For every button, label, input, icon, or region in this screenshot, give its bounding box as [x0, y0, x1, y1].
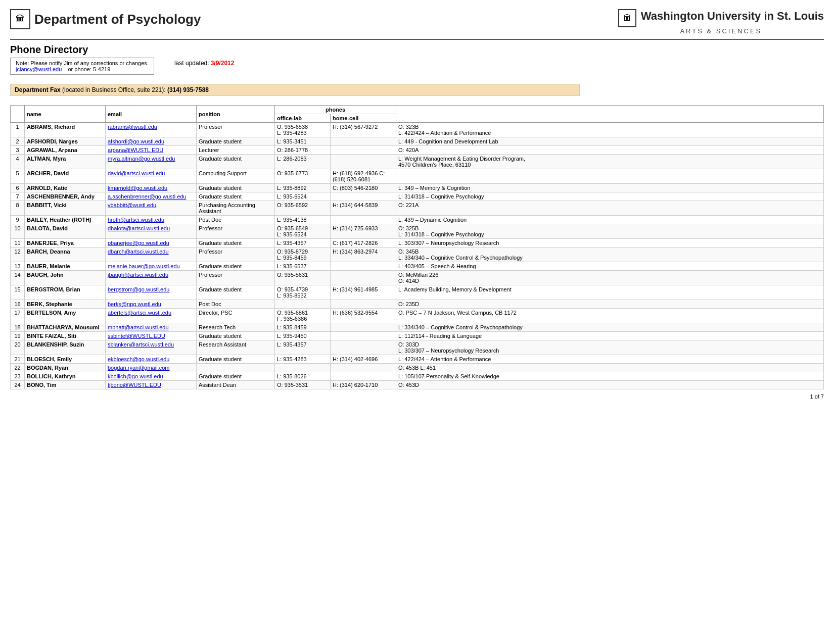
col-header-position: position — [197, 106, 275, 123]
univ-logo-icon: 🏛 — [618, 9, 636, 27]
header-row-wrapper: Note: Please notify Jim of any correctio… — [10, 58, 824, 77]
email-link[interactable]: berks@npg.wustl.edu — [108, 301, 161, 307]
email-link[interactable]: pbanerjee@go.wustl.edu — [108, 240, 169, 246]
table-row: 11BANERJEE, Priyapbanerjee@go.wustl.eduG… — [11, 239, 824, 247]
email-link[interactable]: kmarnold@go.wustl.edu — [108, 185, 167, 191]
fax-note: (located in Business Office, suite 221): — [62, 86, 166, 93]
last-updated-date: 3/9/2012 — [211, 60, 235, 67]
col-header-num — [11, 106, 25, 123]
table-row: 17BERTELSON, Amyabertels@artsci.wustl.ed… — [11, 309, 824, 323]
table-row: 16BERK, Stephanieberks@npg.wustl.eduPost… — [11, 300, 824, 309]
table-row: 12BARCH, Deannadbarch@artsci.wustl.eduPr… — [11, 247, 824, 262]
table-row: 6ARNOLD, Katiekmarnold@go.wustl.eduGradu… — [11, 184, 824, 192]
table-row: 4ALTMAN, Myramyra.altman@go.wustl.eduGra… — [11, 155, 824, 169]
table-row: 23BOLLICH, Kathrynkbollich@go.wustl.eduG… — [11, 372, 824, 381]
contact-email-link[interactable]: jclancy@wustl.edu — [16, 66, 62, 72]
email-link[interactable]: afshordi@go.wustl.edu — [108, 138, 164, 144]
dept-logo-icon: 🏛 — [10, 9, 30, 29]
email-link[interactable]: melanie.bauer@go.wustl.edu — [108, 263, 180, 269]
table-row: 7ASCHENBRENNER, Andya.aschenbrenner@go.w… — [11, 192, 824, 201]
note-box: Note: Please notify Jim of any correctio… — [10, 58, 154, 75]
fax-number: (314) 935-7588 — [167, 86, 209, 93]
email-link[interactable]: tjbono@WUSTL.EDU — [108, 382, 161, 388]
col-header-office-lab: office-lab — [275, 114, 331, 123]
table-row: 10BALOTA, Daviddbalota@artsci.wustl.eduP… — [11, 224, 824, 239]
table-row: 9BAILEY, Heather (ROTH)hroth@artsci.wust… — [11, 216, 824, 224]
page-number: 1 of 7 — [10, 393, 824, 400]
table-row: 18BHATTACHARYA, Mousumimbhatt@artsci.wus… — [11, 323, 824, 332]
email-link[interactable]: sblanken@artsci.wustl.edu — [108, 341, 174, 348]
table-row: 15BERGSTROM, Brianbergstrom@go.wustl.edu… — [11, 285, 824, 300]
fax-label: Department Fax — [15, 86, 61, 93]
dept-title: Department of Psychology — [34, 12, 201, 27]
email-link[interactable]: hroth@artsci.wustl.edu — [108, 217, 164, 223]
last-updated-label: last updated: — [174, 60, 209, 67]
table-row: 21BLOESCH, Emilyekbloesch@go.wustl.eduGr… — [11, 355, 824, 364]
col-header-home-cell: home-cell — [331, 114, 396, 123]
table-row: 2AFSHORDI, Nargesafshordi@go.wustl.eduGr… — [11, 137, 824, 146]
table-row: 3AGRAWAL, Arpanaarpana@WUSTL.EDULecturer… — [11, 146, 824, 155]
email-link[interactable]: bogdan.ryan@gmail.com — [108, 365, 169, 371]
table-row: 13BAUER, Melaniemelanie.bauer@go.wustl.e… — [11, 262, 824, 271]
email-link[interactable]: dbarch@artsci.wustl.edu — [108, 249, 169, 255]
contact-phone: or phone: 5-4219 — [68, 66, 111, 72]
email-link[interactable]: vbabbitt@wustl.edu — [108, 202, 156, 208]
email-link[interactable]: jbaugh@artsci.wustl.edu — [108, 272, 168, 278]
email-link[interactable]: a.aschenbrenner@go.wustl.edu — [108, 193, 187, 200]
table-row: 14BAUGH, Johnjbaugh@artsci.wustl.eduProf… — [11, 271, 824, 285]
fax-bar: Department Fax (located in Business Offi… — [10, 84, 580, 96]
header-section: 🏛 Department of Psychology 🏛 Washington … — [10, 5, 824, 40]
univ-logo-area: 🏛 Washington University in St. Louis ART… — [618, 9, 824, 35]
phones-group-header: phones — [275, 106, 396, 114]
col-header-name: name — [25, 106, 106, 123]
dept-logo-area: 🏛 Department of Psychology — [10, 9, 201, 29]
email-link[interactable]: abertels@artsci.wustl.edu — [108, 310, 171, 316]
email-link[interactable]: ekbloesch@go.wustl.edu — [108, 356, 169, 362]
email-link[interactable]: myra.altman@go.wustl.edu — [108, 156, 175, 162]
email-link[interactable]: kbollich@go.wustl.edu — [108, 373, 163, 379]
phone-directory-title: Phone Directory — [10, 44, 824, 56]
email-link[interactable]: rabrams@wustl.edu — [108, 124, 157, 130]
table-row: 5ARCHER, Daviddavid@artsci.wustl.eduComp… — [11, 169, 824, 184]
table-row: 20BLANKENSHIP, Suzinsblanken@artsci.wust… — [11, 340, 824, 355]
email-link[interactable]: mbhatt@artsci.wustl.edu — [108, 324, 169, 330]
univ-sub: ARTS & SCIENCES — [618, 27, 824, 35]
table-row: 24BONO, Timtjbono@WUSTL.EDUAssistant Dea… — [11, 381, 824, 389]
table-row: 22BOGDAN, Ryanbogdan.ryan@gmail.comO: 45… — [11, 364, 824, 372]
email-link[interactable]: arpana@WUSTL.EDU — [108, 147, 163, 153]
univ-name: Washington University in St. Louis — [641, 10, 824, 22]
directory-table: name email position phones office-lab ho… — [10, 105, 824, 389]
col-header-email: email — [106, 106, 197, 123]
email-link[interactable]: bergstrom@go.wustl.edu — [108, 286, 169, 292]
email-link[interactable]: dbalota@artsci.wustl.edu — [108, 225, 170, 231]
col-header-room — [396, 106, 824, 123]
table-row: 8BABBITT, Vickivbabbitt@wustl.eduPurchas… — [11, 201, 824, 216]
table-row: 19BINTE FAIZAL, Sitissbintef@WUSTL.EDUGr… — [11, 332, 824, 340]
table-row: 1ABRAMS, Richardrabrams@wustl.eduProfess… — [11, 123, 824, 137]
email-link[interactable]: ssbintef@WUSTL.EDU — [108, 333, 165, 339]
note-text: Note: Please notify Jim of any correctio… — [16, 60, 149, 66]
email-link[interactable]: david@artsci.wustl.edu — [108, 170, 165, 176]
update-section: last updated: 3/9/2012 — [174, 60, 235, 67]
